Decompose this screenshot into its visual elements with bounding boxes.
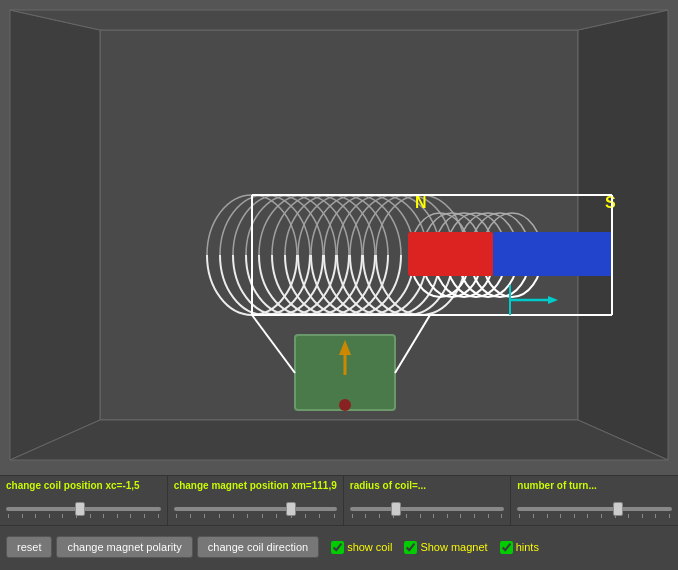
magnet-position-section: change magnet position xm=111,9 (168, 476, 344, 525)
slider-row: change coil position xc=-1,5 change magn… (0, 476, 678, 526)
hints-text: hints (516, 541, 539, 553)
coil-position-thumb[interactable] (75, 502, 85, 516)
coil-radius-label: radius of coil=... (350, 480, 505, 491)
galvanometer (295, 335, 395, 411)
show-magnet-label[interactable]: Show magnet (404, 541, 487, 554)
turn-number-thumb[interactable] (613, 502, 623, 516)
turn-number-track (517, 507, 672, 511)
svg-text:N: N (415, 194, 427, 211)
svg-point-63 (339, 399, 351, 411)
change-coil-direction-button[interactable]: change coil direction (197, 536, 319, 558)
show-magnet-text: Show magnet (420, 541, 487, 553)
svg-marker-3 (10, 420, 668, 460)
coil-position-track (6, 507, 161, 511)
svg-rect-49 (408, 232, 493, 276)
coil-radius-thumb[interactable] (391, 502, 401, 516)
reset-button[interactable]: reset (6, 536, 52, 558)
change-magnet-polarity-button[interactable]: change magnet polarity (56, 536, 192, 558)
magnet-position-thumb[interactable] (286, 502, 296, 516)
simulation-svg: N S (0, 0, 678, 475)
svg-text:S: S (605, 194, 616, 211)
show-coil-label[interactable]: show coil (331, 541, 392, 554)
show-magnet-checkbox[interactable] (404, 541, 417, 554)
turn-number-label: number of turn... (517, 480, 672, 491)
svg-marker-1 (10, 10, 100, 460)
hints-checkbox[interactable] (500, 541, 513, 554)
show-coil-text: show coil (347, 541, 392, 553)
button-row: reset change magnet polarity change coil… (0, 526, 678, 568)
svg-marker-4 (10, 10, 668, 30)
coil-position-label: change coil position xc=-1,5 (6, 480, 161, 491)
svg-rect-50 (493, 232, 613, 276)
simulation-area: N S (0, 0, 678, 475)
coil-radius-section: radius of coil=... (344, 476, 512, 525)
magnet-position-label: change magnet position xm=111,9 (174, 480, 337, 491)
magnet-position-track (174, 507, 337, 511)
show-coil-checkbox[interactable] (331, 541, 344, 554)
hints-label[interactable]: hints (500, 541, 539, 554)
coil-radius-track (350, 507, 505, 511)
coil-position-section: change coil position xc=-1,5 (0, 476, 168, 525)
control-panel: change coil position xc=-1,5 change magn… (0, 475, 678, 570)
turn-number-section: number of turn... (511, 476, 678, 525)
